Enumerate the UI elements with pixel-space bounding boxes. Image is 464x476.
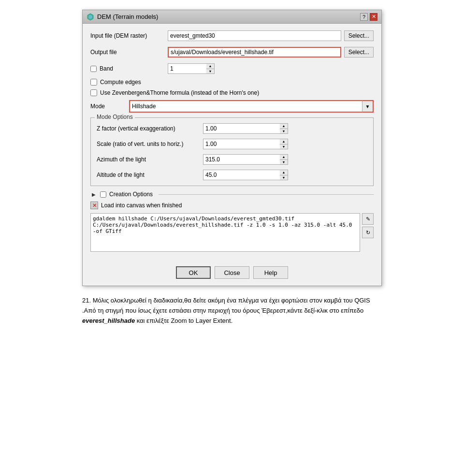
z-factor-spin-up[interactable]: ▲ (280, 124, 288, 129)
compute-edges-row: Compute edges (90, 79, 374, 86)
scale-spin-down[interactable]: ▼ (280, 144, 288, 149)
azimuth-label: Azimuth of the light (97, 156, 203, 163)
dialog-app-icon (87, 13, 94, 21)
compute-edges-checkbox[interactable] (90, 79, 97, 86)
input-file-row: Input file (DEM raster) Select... (90, 29, 374, 42)
scale-spin-up[interactable]: ▲ (280, 139, 288, 144)
azimuth-spin-up[interactable]: ▲ (280, 155, 288, 160)
dem-dialog: DEM (Terrain models) ? ✕ Input file (DEM… (82, 10, 382, 286)
dialog-title: DEM (Terrain models) (97, 13, 158, 20)
output-file-select-button[interactable]: Select... (344, 47, 374, 58)
azimuth-row: Azimuth of the light ▲ ▼ (97, 154, 367, 165)
dialog-body: Input file (DEM raster) Select... Output… (83, 24, 381, 262)
output-file-label: Output file (90, 49, 168, 56)
load-canvas-checkbox[interactable]: ✕ (90, 202, 98, 209)
altitude-row: Altitude of the light ▲ ▼ (97, 169, 367, 181)
altitude-spin-down[interactable]: ▼ (280, 175, 288, 180)
scale-field[interactable] (203, 139, 280, 149)
zevenbergen-checkbox[interactable] (90, 89, 97, 96)
z-factor-label: Z factor (vertical exaggeration) (97, 125, 203, 132)
creation-options-divider (159, 194, 374, 195)
command-edit-button[interactable]: ✎ (362, 213, 374, 225)
close-button[interactable]: Close (215, 266, 249, 279)
svg-marker-1 (88, 14, 92, 19)
creation-options-row: ▶ Creation Options (90, 191, 374, 198)
band-spin-up[interactable]: ▲ (206, 64, 214, 69)
output-file-field[interactable] (168, 47, 341, 58)
description-highlight: everest_hillshade (82, 317, 135, 324)
creation-options-play-icon[interactable]: ▶ (90, 191, 97, 198)
band-checkbox[interactable] (90, 66, 97, 72)
zevenbergen-row: Use Zevenbergen&Thorne formula (instead … (90, 89, 374, 96)
scale-row: Scale (ratio of vert. units to horiz.) ▲… (97, 138, 367, 150)
input-file-select-button[interactable]: Select... (344, 30, 374, 41)
azimuth-field[interactable] (203, 154, 280, 165)
z-factor-field[interactable] (203, 123, 280, 134)
description-text: 21. Μόλις ολοκληρωθεί η διαδικασία,θα δε… (82, 296, 382, 326)
output-file-row: Output file Select... (90, 46, 374, 58)
z-factor-spin-down[interactable]: ▼ (280, 129, 288, 134)
command-area: ✎ ↻ (90, 213, 374, 252)
command-refresh-button[interactable]: ↻ (362, 227, 374, 238)
dialog-close-button[interactable]: ✕ (370, 13, 377, 21)
command-textarea[interactable] (90, 213, 360, 252)
input-file-field[interactable] (168, 30, 341, 41)
dialog-footer: OK Close Help (83, 262, 381, 286)
compute-edges-label: Compute edges (100, 79, 141, 86)
input-file-label: Input file (DEM raster) (90, 32, 168, 39)
z-factor-row: Z factor (vertical exaggeration) ▲ ▼ (97, 123, 367, 134)
band-row: Band ▲ ▼ (90, 62, 374, 75)
band-spin-down[interactable]: ▼ (206, 69, 214, 74)
mode-label: Mode (90, 103, 129, 110)
band-label: Band (100, 65, 113, 72)
mode-dropdown[interactable]: Hillshade Slope Aspect Color relief TRI … (129, 100, 374, 113)
mode-options-group: Mode Options Z factor (vertical exaggera… (90, 117, 374, 186)
ok-button[interactable]: OK (176, 266, 211, 279)
mode-options-title: Mode Options (95, 114, 135, 120)
altitude-spin-up[interactable]: ▲ (280, 170, 288, 175)
zevenbergen-label: Use Zevenbergen&Thorne formula (instead … (100, 89, 259, 96)
azimuth-spin-down[interactable]: ▼ (280, 160, 288, 165)
load-canvas-row: ✕ Load into canvas when finished (90, 202, 374, 209)
band-field[interactable] (168, 63, 206, 74)
dialog-help-button[interactable]: ? (360, 13, 368, 21)
load-canvas-label: Load into canvas when finished (101, 202, 182, 209)
altitude-label: Altitude of the light (97, 172, 203, 178)
dialog-titlebar: DEM (Terrain models) ? ✕ (83, 10, 381, 24)
creation-options-label: Creation Options (109, 191, 153, 198)
help-button[interactable]: Help (253, 266, 288, 279)
scale-label: Scale (ratio of vert. units to horiz.) (97, 141, 203, 147)
altitude-field[interactable] (203, 170, 280, 180)
description-para2: και επιλέξτε Zoom to Layer Extent. (135, 317, 232, 324)
mode-row: Mode Hillshade Slope Aspect Color relief… (90, 100, 374, 113)
description-para1: 21. Μόλις ολοκληρωθεί η διαδικασία,θα δε… (82, 297, 370, 314)
creation-options-checkbox[interactable] (100, 191, 106, 198)
